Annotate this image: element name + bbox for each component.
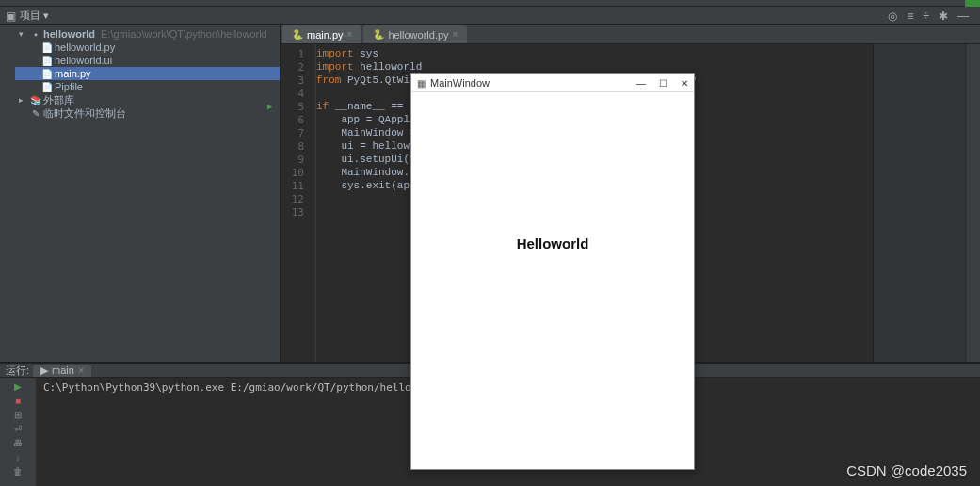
close-icon[interactable]: × [347,29,353,40]
line-number: 2 [281,61,315,74]
editor-right-margin [873,44,967,362]
line-number: 9 [281,154,315,167]
chevron-down-icon: ▾ [43,9,49,22]
python-file-icon: 🐍 [292,29,303,40]
trash-icon[interactable]: 🗑 [13,466,23,477]
close-icon[interactable]: × [453,29,458,40]
scratch-icon: ✎ [30,108,41,119]
stop-icon[interactable]: ■ [15,396,21,406]
run-toolbar: ▶ ■ ⊞ ⏎ 🖶 ↓ 🗑 [0,378,36,486]
code-line[interactable]: import sys [316,48,873,61]
line-number: 5▶ [281,101,315,114]
line-number: 1 [281,48,315,61]
line-number: 13 [281,206,315,219]
left-gutter [0,25,15,362]
tree-file-label: helloworld.py [55,41,115,53]
folder-icon: ▪ [30,29,41,40]
rerun-icon[interactable]: ▶ [14,381,22,392]
python-icon: ▶ [40,364,48,377]
line-number: 8 [281,140,315,154]
run-tab-label: main [52,364,74,376]
app-body: Helloworld [411,92,694,469]
run-tab[interactable]: ▶ main × [33,364,91,377]
collapse-icon[interactable]: ÷ [923,9,929,23]
view-dropdown-label: 项目 [20,8,40,23]
layout-icon[interactable]: ⊞ [14,410,22,420]
line-number: 3 [281,74,315,88]
tree-file[interactable]: 📄 helloworld.ui [15,54,280,67]
tree-file-label: main.py [55,68,91,79]
editor-tab-main[interactable]: 🐍 main.py × [282,25,361,43]
line-number-gutter: 12345▶678910111213 [281,44,316,362]
collapse-icon[interactable]: ▾ [19,29,28,39]
editor-tab-helloworld[interactable]: 🐍 helloworld.py × [363,25,467,43]
line-number: 12 [281,193,315,206]
line-number: 4 [281,88,315,101]
titlebar[interactable]: ▦ MainWindow — ☐ ✕ [411,74,694,92]
close-icon[interactable]: × [78,364,84,376]
tree-file-label: Pipfile [55,81,83,92]
hello-label: Helloworld [517,235,589,251]
tree-root-path: E:\gmiao\work\QT\python\helloworld [101,28,267,40]
run-gutter-icon[interactable]: ▶ [267,102,272,111]
close-button[interactable]: ✕ [681,78,688,89]
file-icon: 📄 [41,82,53,92]
project-icon: ▣ [6,9,16,23]
editor-minimap-gutter [967,44,980,362]
tree-external[interactable]: ▸ 📚 外部库 [15,93,280,106]
scroll-icon[interactable]: ↓ [16,452,21,462]
minimize-button[interactable]: — [636,78,646,89]
gear-icon[interactable]: ✱ [939,9,948,23]
tree-root[interactable]: ▾ ▪ helloworld E:\gmiao\work\QT\python\h… [15,27,280,40]
tree-file[interactable]: 📄 helloworld.py [15,40,280,54]
app-icon: ▦ [417,78,430,89]
tab-label: helloworld.py [388,29,448,40]
hide-icon[interactable]: — [957,9,969,23]
tree-root-label: helloworld [43,28,95,40]
tree-file-active[interactable]: 📄 main.py [15,67,280,80]
tab-label: main.py [307,29,344,40]
run-panel-label: 运行: [6,364,29,378]
window-title: MainWindow [430,77,490,89]
python-file-icon: 📄 [41,42,53,53]
code-line[interactable]: import helloworld [316,61,873,74]
expand-icon[interactable]: ▸ [19,95,28,105]
line-number: 11 [281,180,315,193]
view-dropdown[interactable]: 项目 ▾ [20,8,49,23]
target-icon[interactable]: ◎ [888,9,897,23]
ui-file-icon: 📄 [41,56,53,66]
app-window[interactable]: ▦ MainWindow — ☐ ✕ Helloworld [410,73,695,470]
watermark: CSDN @code2035 [846,462,967,478]
soft-wrap-icon[interactable]: ⏎ [14,424,22,434]
line-number: 7 [281,127,315,140]
project-tree[interactable]: ▾ ▪ helloworld E:\gmiao\work\QT\python\h… [15,25,281,362]
print-icon[interactable]: 🖶 [13,438,23,448]
editor-tabstrip: 🐍 main.py × 🐍 helloworld.py × [281,25,980,44]
tree-external-label: 外部库 [43,93,74,107]
tree-scratches[interactable]: ✎ 临时文件和控制台 [15,106,280,120]
tree-scratches-label: 临时文件和控制台 [43,106,126,121]
line-number: 6 [281,114,315,127]
library-icon: 📚 [30,95,41,105]
python-file-icon: 📄 [41,69,53,79]
line-number: 10 [281,167,315,180]
expand-icon[interactable]: ≡ [907,9,913,23]
status-indicator [965,0,980,7]
tree-file[interactable]: 📄 Pipfile [15,80,280,93]
maximize-button[interactable]: ☐ [659,78,667,89]
top-toolbar: ▣ 项目 ▾ ◎ ≡ ÷ ✱ — [0,7,980,25]
tree-file-label: helloworld.ui [55,55,112,66]
python-file-icon: 🐍 [373,29,384,40]
